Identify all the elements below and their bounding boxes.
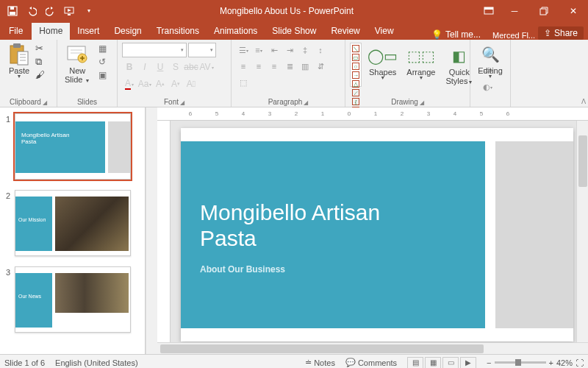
thumbnail-slide-3[interactable]: Our News (15, 266, 131, 333)
italic-button[interactable]: I (137, 60, 152, 74)
share-button[interactable]: ⇪Share (538, 26, 584, 40)
columns-button[interactable]: ▥ (298, 59, 312, 74)
arrange-button[interactable]: ⬚⬚Arrange▼ (404, 43, 438, 82)
font-family-select[interactable]: ▾ (122, 43, 187, 57)
reset-icon[interactable]: ↺ (96, 56, 109, 68)
minimize-icon[interactable]: ─ (500, 0, 529, 21)
slide-canvas[interactable]: Mongibello ArtisanPasta About Our Busine… (171, 121, 576, 342)
tell-me-search[interactable]: 💡Tell me... (426, 29, 487, 40)
new-slide-button[interactable]: New Slide ▼ (62, 41, 93, 85)
undo-icon[interactable] (25, 4, 38, 18)
slideshow-view-icon[interactable]: ▶ (460, 357, 476, 369)
zoom-in-button[interactable]: + (549, 358, 553, 367)
clear-formatting-button[interactable]: A⃠ (184, 77, 198, 91)
grow-font-button[interactable]: A▴ (153, 77, 168, 91)
editing-button[interactable]: 🔍 Editing ▼ (475, 41, 506, 80)
tab-view[interactable]: View (368, 23, 401, 40)
zoom-slider[interactable] (495, 361, 546, 364)
quick-label1: Quick (449, 68, 470, 77)
shape-line-icon: ＼ (352, 45, 359, 52)
slide[interactable]: Mongibello ArtisanPasta About Our Busine… (181, 128, 573, 342)
decrease-indent-button[interactable]: ⇤ (267, 43, 282, 57)
chevron-down-icon: ▼ (17, 74, 22, 79)
tab-home[interactable]: Home (32, 23, 70, 40)
thumbnail-scrollbar[interactable] (146, 107, 157, 354)
smartart-button[interactable]: ⬚ (236, 75, 251, 90)
align-left-button[interactable]: ≡ (236, 59, 251, 74)
tab-transitions[interactable]: Transitions (149, 23, 207, 40)
qat-dropdown-icon[interactable]: ▾ (82, 4, 96, 18)
underline-button[interactable]: U (153, 60, 168, 74)
close-icon[interactable]: ✕ (559, 0, 588, 21)
increase-indent-button[interactable]: ⇥ (282, 43, 297, 57)
tab-slideshow[interactable]: Slide Show (265, 23, 323, 40)
comments-button[interactable]: 💬Comments (345, 358, 397, 367)
restore-icon[interactable] (529, 0, 559, 21)
tab-animations[interactable]: Animations (207, 23, 265, 40)
dialog-launcher-icon[interactable]: ◢ (420, 99, 424, 106)
strike-button[interactable]: abc (184, 60, 198, 74)
vertical-scrollbar[interactable] (576, 121, 588, 342)
numbering-button[interactable]: ≡▾ (251, 43, 266, 57)
reading-view-icon[interactable]: ▭ (442, 357, 459, 369)
paste-button[interactable]: Paste ▼ (4, 41, 34, 80)
shapes-button[interactable]: ◯▭Shapes▼ (366, 43, 399, 82)
section-icon[interactable]: ▣ (96, 69, 109, 81)
bold-button[interactable]: B (122, 60, 137, 74)
zoom-slider-thumb[interactable] (515, 359, 521, 366)
font-size-select[interactable]: ▾ (188, 43, 216, 57)
change-case-button[interactable]: Aa▾ (137, 77, 152, 91)
font-color-button[interactable]: A▾ (122, 77, 137, 91)
tab-insert[interactable]: Insert (70, 23, 107, 40)
tab-review[interactable]: Review (323, 23, 367, 40)
dialog-launcher-icon[interactable]: ◢ (304, 99, 308, 106)
dialog-launcher-icon[interactable]: ◢ (180, 99, 184, 106)
start-from-beginning-icon[interactable] (63, 4, 76, 18)
horizontal-scrollbar[interactable] (157, 342, 588, 354)
line-spacing-button[interactable]: ‡ (298, 43, 312, 57)
thumbnail-slide-2[interactable]: Our Mission (15, 190, 131, 256)
bullets-button[interactable]: ☰▾ (236, 43, 251, 57)
align-text-button[interactable]: ⇵ (313, 59, 328, 74)
zoom-out-button[interactable]: − (487, 358, 491, 367)
shadow-button[interactable]: S (168, 60, 183, 74)
redo-icon[interactable] (44, 4, 57, 18)
horizontal-ruler[interactable]: 6543210123456 (157, 107, 588, 121)
zoom-percent[interactable]: 42% (556, 358, 573, 367)
ribbon-options-icon[interactable] (478, 0, 500, 21)
slide-side-panel[interactable] (495, 141, 573, 328)
fit-to-window-icon[interactable]: ⛶ (576, 358, 584, 367)
text-direction-button[interactable]: ↕ (313, 43, 328, 57)
slide-counter[interactable]: Slide 1 of 6 (4, 358, 45, 367)
slide-content-box[interactable]: Mongibello ArtisanPasta About Our Busine… (181, 141, 485, 328)
tab-file[interactable]: File (0, 23, 32, 40)
scrollbar-thumb[interactable] (578, 135, 587, 187)
collapse-ribbon-icon[interactable]: ᐱ (581, 98, 586, 105)
normal-view-icon[interactable]: ▤ (407, 357, 423, 369)
language-status[interactable]: English (United States) (55, 358, 138, 367)
align-right-button[interactable]: ≡ (267, 59, 282, 74)
justify-button[interactable]: ≣ (282, 59, 297, 74)
layout-icon[interactable]: ▦ (96, 43, 109, 54)
save-icon[interactable] (6, 4, 19, 18)
char-spacing-button[interactable]: AV▾ (199, 60, 214, 74)
arrange-icon: ⬚⬚ (409, 44, 433, 68)
vertical-ruler[interactable] (157, 121, 171, 342)
cut-icon[interactable]: ✂ (35, 43, 45, 54)
shape-gallery[interactable]: ＼▭○ →△⟋ {☆▾ (350, 43, 362, 87)
signed-in-user[interactable]: Merced Fl... (487, 31, 538, 40)
comments-label: Comments (358, 358, 397, 367)
thumbnail-slide-1[interactable]: Mongibello ArtisanPasta (15, 113, 131, 180)
shapes-icon: ◯▭ (371, 44, 395, 68)
shrink-font-button[interactable]: A▾ (168, 77, 183, 91)
align-center-button[interactable]: ≡ (251, 59, 266, 74)
notes-button[interactable]: ≐Notes (305, 358, 335, 367)
tab-design[interactable]: Design (107, 23, 148, 40)
sorter-view-icon[interactable]: ▦ (425, 357, 441, 369)
shape-curve-icon: ⟋ (352, 89, 359, 96)
format-painter-icon[interactable]: 🖌 (35, 69, 45, 81)
copy-icon[interactable]: ⧉ (35, 56, 45, 68)
comments-icon: 💬 (345, 358, 356, 367)
dialog-launcher-icon[interactable]: ◢ (43, 99, 47, 106)
scrollbar-thumb[interactable] (160, 344, 484, 353)
